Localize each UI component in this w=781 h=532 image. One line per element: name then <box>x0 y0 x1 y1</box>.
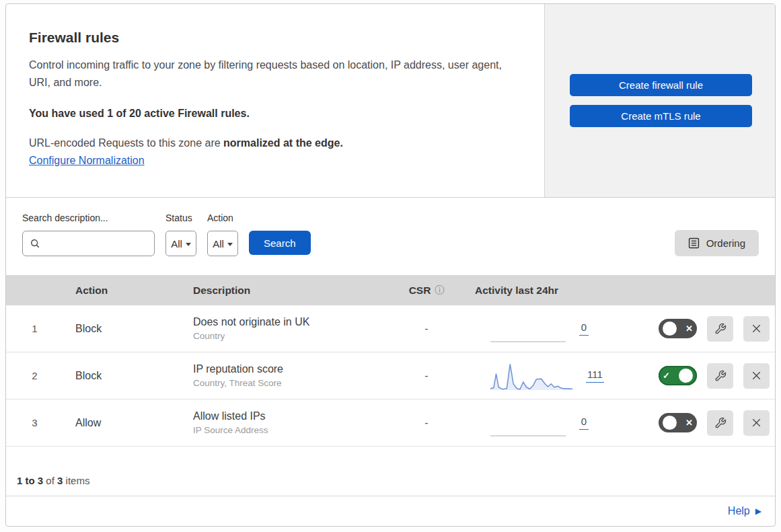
edit-rule-button[interactable] <box>707 410 733 436</box>
table-rows: 1BlockDoes not originate in UKCountry-0✕… <box>6 305 775 447</box>
create-firewall-rule-button[interactable]: Create firewall rule <box>570 74 752 96</box>
activity-count-link[interactable]: 0 <box>579 321 589 336</box>
action-filter-group: Action All <box>207 213 238 256</box>
chevron-down-icon <box>186 243 191 246</box>
rule-csr-value: - <box>393 417 460 429</box>
items-of: of <box>43 475 57 486</box>
rule-action: Block <box>63 370 181 382</box>
rule-title: Allow listed IPs <box>193 410 393 422</box>
search-input-wrapper <box>22 231 155 256</box>
column-activity: Activity last 24hr <box>460 284 652 297</box>
x-icon <box>750 322 763 335</box>
ordering-button-label: Ordering <box>706 237 745 249</box>
x-icon <box>750 416 763 429</box>
items-count-line: 1 to 3 of 3 items <box>6 447 775 496</box>
rule-activity-cell: 0 <box>460 315 652 342</box>
header-section: Firewall rules Control incoming traffic … <box>6 4 775 198</box>
search-icon <box>30 238 40 249</box>
rule-csr-value: - <box>393 323 460 335</box>
rule-priority: 1 <box>6 323 63 334</box>
help-link[interactable]: Help ▶ <box>728 505 761 517</box>
configure-normalization-link[interactable]: Configure Normalization <box>29 155 145 166</box>
status-filter-group: Status All <box>165 213 196 256</box>
help-label: Help <box>728 505 750 517</box>
rule-controls: ✕ <box>652 410 775 436</box>
header-text-block: Firewall rules Control incoming traffic … <box>6 4 544 197</box>
toggle-knob <box>679 369 693 383</box>
ordering-button[interactable]: Ordering <box>675 230 759 256</box>
wrench-icon <box>714 417 727 429</box>
items-word: items <box>63 475 89 486</box>
rule-controls: ✓ <box>652 363 775 389</box>
rule-action: Allow <box>63 417 181 429</box>
wrench-icon <box>714 370 727 382</box>
status-dropdown-value: All <box>171 238 182 250</box>
column-description: Description <box>181 284 393 297</box>
table-row: 1BlockDoes not originate in UKCountry-0✕ <box>6 305 775 352</box>
search-input[interactable] <box>45 237 147 250</box>
toggle-knob <box>663 416 677 430</box>
wrench-icon <box>714 323 727 335</box>
rule-activity-cell: 111 <box>460 362 652 390</box>
ordering-list-icon <box>688 237 700 249</box>
rule-priority: 2 <box>6 370 63 381</box>
help-arrow-icon: ▶ <box>755 507 761 515</box>
delete-rule-button[interactable] <box>743 363 770 389</box>
search-button[interactable]: Search <box>249 231 311 255</box>
normalization-prefix: URL-encoded Requests to this zone are <box>29 137 223 149</box>
chevron-down-icon <box>227 243 233 246</box>
rule-title: Does not originate in UK <box>193 316 393 328</box>
x-icon: ✕ <box>685 418 693 427</box>
delete-rule-button[interactable] <box>743 316 770 342</box>
x-icon: ✕ <box>685 324 693 333</box>
normalization-note: URL-encoded Requests to this zone are no… <box>29 137 524 149</box>
search-group: Search description... <box>22 213 155 256</box>
table-row: 3AllowAllow listed IPsIP Source Address-… <box>6 400 775 447</box>
action-dropdown[interactable]: All <box>207 231 238 256</box>
rule-description: Allow listed IPsIP Source Address <box>181 410 393 435</box>
delete-rule-button[interactable] <box>743 410 770 436</box>
create-mtls-rule-button[interactable]: Create mTLS rule <box>570 105 752 127</box>
action-label: Action <box>207 213 238 225</box>
rule-description: Does not originate in UKCountry <box>181 316 393 341</box>
rule-fields: IP Source Address <box>193 425 393 435</box>
activity-count-link[interactable]: 111 <box>586 369 604 383</box>
rule-fields: Country <box>193 331 393 341</box>
items-range: 1 to 3 <box>17 475 43 486</box>
rule-enabled-toggle[interactable]: ✕ <box>659 319 697 338</box>
search-label: Search description... <box>22 213 155 225</box>
rule-description: IP reputation scoreCountry, Threat Score <box>181 363 393 388</box>
help-row: Help ▶ <box>6 496 775 526</box>
toggle-knob <box>663 321 677 336</box>
activity-sparkline-empty <box>490 315 566 342</box>
column-csr-label: CSR <box>409 284 431 297</box>
rule-enabled-toggle[interactable]: ✓ <box>659 366 697 385</box>
table-row: 2BlockIP reputation scoreCountry, Threat… <box>6 352 775 400</box>
filter-bar: Search description... Status All Action … <box>6 198 775 275</box>
firewall-rules-card: Firewall rules Control incoming traffic … <box>5 3 776 527</box>
action-dropdown-value: All <box>213 238 224 250</box>
activity-count-link[interactable]: 0 <box>579 416 589 430</box>
activity-sparkline <box>490 362 572 390</box>
actions-panel: Create firewall rule Create mTLS rule <box>544 4 775 197</box>
rule-activity-cell: 0 <box>460 410 652 436</box>
rule-controls: ✕ <box>652 316 775 342</box>
check-icon: ✓ <box>663 371 670 380</box>
info-icon[interactable]: ⓘ <box>435 284 444 297</box>
normalization-bold: normalized at the edge. <box>223 137 343 149</box>
column-action: Action <box>63 284 181 297</box>
page-description: Control incoming traffic to your zone by… <box>29 56 521 91</box>
rule-priority: 3 <box>6 417 63 428</box>
status-dropdown[interactable]: All <box>165 231 196 256</box>
table-header: Action Description CSR ⓘ Activity last 2… <box>6 275 775 305</box>
rule-enabled-toggle[interactable]: ✕ <box>659 413 697 432</box>
page-title: Firewall rules <box>29 30 524 46</box>
edit-rule-button[interactable] <box>707 363 733 389</box>
x-icon <box>750 369 763 382</box>
usage-summary: You have used 1 of 20 active Firewall ru… <box>29 108 524 120</box>
edit-rule-button[interactable] <box>707 316 733 342</box>
status-label: Status <box>165 213 196 225</box>
rule-title: IP reputation score <box>193 363 393 375</box>
activity-sparkline-empty <box>490 410 566 436</box>
items-total: 3 <box>57 475 63 486</box>
